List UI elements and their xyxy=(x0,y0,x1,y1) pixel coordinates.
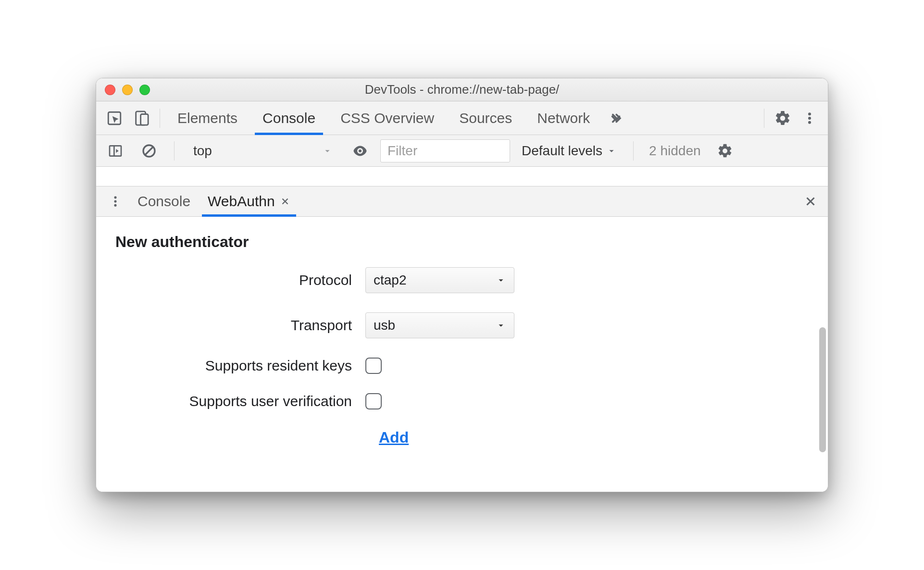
live-expression-icon[interactable] xyxy=(347,137,374,164)
svg-point-3 xyxy=(808,112,811,115)
webauthn-panel: New authenticator Protocol ctap2 Transpo… xyxy=(96,217,828,492)
drawer-tab-console[interactable]: Console xyxy=(129,186,199,216)
console-output-area[interactable] xyxy=(96,167,828,186)
tab-css-overview-label: CSS Overview xyxy=(340,110,434,126)
inspect-element-icon[interactable] xyxy=(101,105,128,132)
more-options-button[interactable] xyxy=(796,105,823,132)
console-toolbar: top Default levels 2 hidden xyxy=(96,135,828,167)
protocol-select[interactable]: ctap2 xyxy=(365,267,514,293)
panel-heading: New authenticator xyxy=(115,233,809,251)
separator xyxy=(764,109,764,128)
separator xyxy=(174,141,175,161)
drawer-tabstrip: Console WebAuthn xyxy=(96,186,828,217)
console-settings-button[interactable] xyxy=(712,137,738,164)
chevron-down-icon xyxy=(496,275,506,285)
resident-keys-label: Supports resident keys xyxy=(115,358,365,374)
resident-keys-checkbox[interactable] xyxy=(365,358,382,374)
drawer-tab-webauthn-label: WebAuthn xyxy=(208,193,275,210)
more-tabs-button[interactable] xyxy=(602,105,629,132)
chevron-down-icon xyxy=(496,320,506,331)
drawer-more-button[interactable] xyxy=(102,188,129,215)
row-protocol: Protocol ctap2 xyxy=(115,267,809,293)
settings-button[interactable] xyxy=(769,105,796,132)
tab-network-label: Network xyxy=(537,110,590,126)
log-levels-select[interactable]: Default levels xyxy=(517,139,622,162)
add-button[interactable]: Add xyxy=(379,429,409,446)
tab-css-overview[interactable]: CSS Overview xyxy=(328,101,447,135)
svg-point-9 xyxy=(114,196,116,198)
tab-sources[interactable]: Sources xyxy=(447,101,524,135)
clear-console-icon[interactable] xyxy=(136,137,162,164)
separator xyxy=(633,141,634,161)
svg-rect-6 xyxy=(110,146,121,156)
filter-input[interactable] xyxy=(380,139,510,162)
tab-sources-label: Sources xyxy=(459,110,512,126)
tab-console[interactable]: Console xyxy=(250,101,328,135)
close-icon[interactable] xyxy=(280,196,290,207)
transport-label: Transport xyxy=(115,317,365,334)
row-transport: Transport usb xyxy=(115,312,809,338)
devtools-window: DevTools - chrome://new-tab-page/ Elemen… xyxy=(96,78,828,492)
console-sidebar-toggle-icon[interactable] xyxy=(102,137,129,164)
tab-network[interactable]: Network xyxy=(524,101,602,135)
execution-context-select[interactable]: top xyxy=(186,139,340,162)
svg-point-11 xyxy=(114,204,116,207)
row-user-verification: Supports user verification xyxy=(115,393,809,409)
tab-elements-label: Elements xyxy=(177,110,237,126)
protocol-label: Protocol xyxy=(115,272,365,288)
drawer-tab-console-label: Console xyxy=(137,193,190,210)
drawer-close-button[interactable] xyxy=(799,190,822,213)
log-levels-value: Default levels xyxy=(522,143,602,159)
row-add: Add xyxy=(115,429,809,446)
svg-point-5 xyxy=(808,121,811,124)
tab-elements[interactable]: Elements xyxy=(165,101,250,135)
drawer-tab-webauthn[interactable]: WebAuthn xyxy=(199,186,299,216)
transport-value: usb xyxy=(374,318,395,333)
titlebar: DevTools - chrome://new-tab-page/ xyxy=(96,78,828,101)
window-title: DevTools - chrome://new-tab-page/ xyxy=(96,82,828,97)
svg-point-8 xyxy=(359,149,362,152)
hidden-messages-count[interactable]: 2 hidden xyxy=(645,143,704,159)
user-verification-checkbox[interactable] xyxy=(365,393,382,409)
user-verification-label: Supports user verification xyxy=(115,393,365,409)
row-resident-keys: Supports resident keys xyxy=(115,358,809,374)
tab-console-label: Console xyxy=(262,110,315,126)
protocol-value: ctap2 xyxy=(374,273,407,288)
svg-point-10 xyxy=(114,200,116,202)
transport-select[interactable]: usb xyxy=(365,312,514,338)
svg-rect-2 xyxy=(141,114,149,125)
svg-point-4 xyxy=(808,117,811,120)
separator xyxy=(160,109,160,128)
main-tabstrip: Elements Console CSS Overview Sources Ne… xyxy=(96,101,828,135)
device-toolbar-icon[interactable] xyxy=(128,105,155,132)
execution-context-value: top xyxy=(193,143,212,159)
